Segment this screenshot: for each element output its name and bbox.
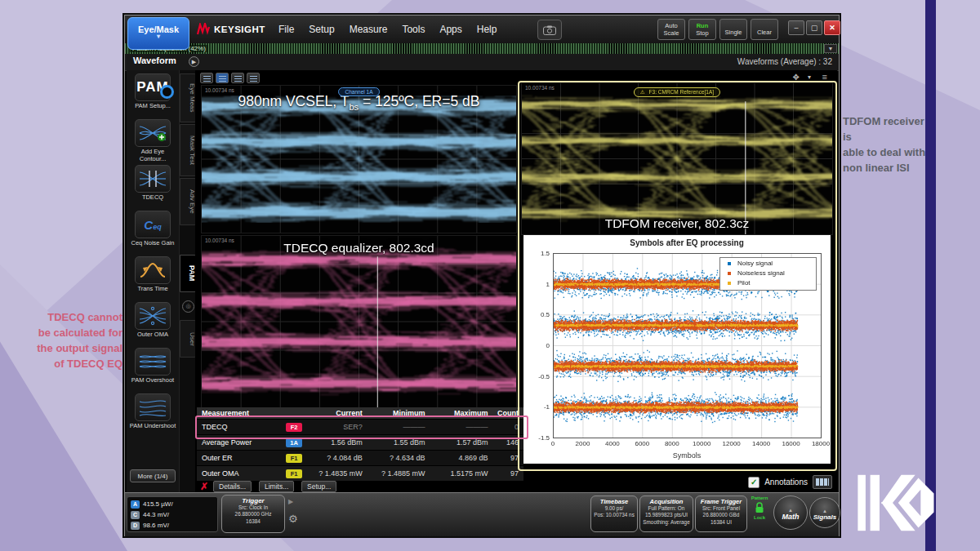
tab-eye-meas[interactable]: Eye Meas — [180, 73, 197, 122]
channel-scale-panel[interactable]: A 415.5 µW/ C 44.3 mV/ D 98.6 mV/ — [127, 496, 218, 532]
eye-mask-mode-button[interactable]: Eye/Mask ▾ — [127, 17, 189, 50]
bottom-status-bar: A 415.5 µW/ C 44.3 mV/ D 98.6 mV/ Trigge… — [125, 492, 839, 536]
table-row-outer-oma[interactable]: Outer OMA F1 ? 1.4835 mW ? 1.4885 mW 1.5… — [197, 466, 523, 482]
left-annotation-line: the output signal — [11, 341, 122, 357]
chevron-down-icon: ▾ — [128, 34, 189, 39]
left-annotation-line: of TDECQ EQ — [11, 357, 122, 372]
more-measurements-button[interactable]: More (1/4) — [130, 469, 176, 482]
auto-scale-label: Scale — [664, 29, 679, 37]
kd-company-logo — [856, 472, 934, 534]
sidebar-item-label: TDECQ — [128, 194, 177, 202]
close-button[interactable]: ✕ — [824, 20, 840, 35]
play-icon[interactable]: ▶ — [189, 56, 199, 67]
annotations-label: Annotations — [764, 478, 808, 487]
limits-button[interactable]: Limits... — [259, 481, 294, 492]
sidebar-item-tdecq[interactable]: TDECQ — [128, 165, 177, 202]
table-row-average-power[interactable]: Average Power 1A 1.56 dBm 1.55 dBm 1.57 … — [197, 435, 523, 451]
maximize-button[interactable]: ▢ — [806, 20, 822, 35]
pane-timestamp: 10.00734 ns — [525, 85, 555, 91]
timebase-panel[interactable]: Timebase 9.00 ps/ Pos: 10.00734 ns — [590, 495, 638, 532]
stop-label: Stop — [696, 29, 708, 37]
clear-label: Clear — [757, 29, 772, 36]
symbols-scatter-plot[interactable] — [523, 235, 831, 464]
table-view-icon[interactable] — [813, 475, 832, 489]
layout-quad-button[interactable] — [231, 73, 244, 83]
pink-eye-pane[interactable]: 10.00734 ns TDECQ equalizer, 802.3cd — [201, 235, 517, 408]
yellow-pane-title: TDFOM receiver, 802.3cz — [522, 216, 832, 231]
clear-button[interactable]: Clear — [751, 19, 778, 40]
blue-eye-pane[interactable]: 10.00734 ns Channel 1A 980nm VCSEL, Tbs … — [201, 85, 517, 233]
expand-arrow-icon[interactable]: ▶ — [288, 498, 293, 505]
delete-measurement-icon[interactable]: ✗ — [200, 481, 208, 492]
tab-pam[interactable]: PAM — [180, 255, 197, 292]
scatter-canvas — [523, 235, 831, 464]
tab-user[interactable]: User — [180, 320, 197, 358]
layout-split-button[interactable] — [216, 73, 229, 83]
pink-eye-diagram — [202, 236, 516, 407]
frame-trigger-panel[interactable]: Frame Trigger Src: Front Panel 26.880000… — [695, 495, 747, 532]
brand-name: KEYSIGHT — [214, 24, 265, 34]
pam-logo-icon: PAM — [135, 73, 171, 101]
pam-undershoot-icon — [135, 393, 171, 421]
chevron-down-icon[interactable]: ▾ — [808, 73, 811, 81]
auto-scale-button[interactable]: Auto Scale — [657, 19, 685, 40]
progress-dropdown-button[interactable]: ▼ — [824, 44, 837, 53]
signals-button[interactable]: ▲ Signals — [809, 497, 840, 528]
run-label: Run — [697, 22, 709, 29]
sidebar-item-add-eye-contour[interactable]: Add Eye Contour... — [128, 119, 177, 162]
waveform-tab[interactable]: Waveform — [133, 56, 176, 65]
sidebar-item-pam-overshoot[interactable]: PAM Overshoot — [128, 348, 177, 384]
sidebar-item-ceq-noise-gain[interactable]: Ceq Ceq Noise Gain — [128, 211, 177, 247]
ceq-icon: Ceq — [135, 211, 171, 238]
source-badge: F1 — [286, 454, 302, 463]
run-stop-button[interactable]: Run Stop — [688, 19, 716, 40]
keysight-spark-icon — [197, 23, 210, 35]
channel-c-scale: 44.3 mV/ — [143, 511, 169, 518]
sidebar-item-pam-setup[interactable]: PAM PAM Setup... — [128, 73, 177, 110]
pink-pane-title: TDECQ equalizer, 802.3cd — [202, 241, 516, 256]
table-row-tdecq[interactable]: TDECQ F2 SER? ——— ——— 0 — [197, 420, 523, 435]
menu-bar: File Setup Measure Tools Apps Help — [278, 24, 511, 35]
channel-c-row[interactable]: C 44.3 mV/ — [127, 509, 217, 520]
left-annotation: TDECQ cannot be calculated for the outpu… — [11, 310, 122, 371]
source-badge: F2 — [286, 423, 302, 432]
channel-d-row[interactable]: D 98.6 mV/ — [127, 520, 217, 531]
right-annotation-line: TDFOM receiver is — [843, 114, 928, 145]
lock-icon — [754, 501, 765, 513]
minimize-button[interactable]: – — [788, 20, 804, 35]
menu-item-tools[interactable]: Tools — [402, 24, 425, 35]
acquisition-panel[interactable]: Acquisition Full Pattern: On 15.9899823 … — [639, 495, 693, 532]
pattern-lock-indicator: Pattern Lock — [749, 495, 770, 522]
table-row-outer-er[interactable]: Outer ER F1 ? 4.084 dB ? 4.634 dB 4.869 … — [197, 451, 523, 466]
yellow-eye-pane[interactable]: 10.00734 ns ⚠ F3: CMRCM Reference[1A] TD… — [521, 82, 833, 235]
channel-a-badge: A — [131, 500, 140, 509]
menu-item-measure[interactable]: Measure — [350, 24, 388, 35]
accent-stripe — [925, 0, 936, 551]
annotations-checkbox[interactable]: ✓ — [748, 477, 760, 488]
reference-warning-badge: ⚠ F3: CMRCM Reference[1A] — [634, 87, 720, 97]
setup-button[interactable]: Setup... — [301, 481, 336, 492]
layout-grid-button[interactable] — [247, 73, 260, 83]
math-button[interactable]: ▲ Math — [773, 495, 808, 530]
gear-icon[interactable]: ⚙ — [288, 513, 298, 525]
trigger-panel[interactable]: Trigger Src: Clock In 26.880000 GHz 1638… — [221, 495, 285, 533]
channel-c-badge: C — [131, 511, 140, 519]
menu-item-file[interactable]: File — [278, 24, 294, 35]
sidebar-item-trans-time[interactable]: Trans Time — [128, 256, 177, 293]
tab-strip-icon[interactable]: ◎ — [182, 300, 194, 313]
menu-item-setup[interactable]: Setup — [309, 24, 334, 35]
single-label: Single — [725, 29, 742, 36]
single-button[interactable]: Single — [719, 19, 747, 40]
tab-adv-eye[interactable]: Adv Eye — [180, 178, 197, 225]
details-button[interactable]: Details... — [213, 481, 252, 492]
right-annotation: TDFOM receiver is able to deal with non … — [843, 114, 928, 176]
menu-item-apps[interactable]: Apps — [439, 24, 461, 35]
channel-a-row[interactable]: A 415.5 µW/ — [127, 499, 217, 509]
menu-item-help[interactable]: Help — [477, 24, 497, 35]
camera-icon[interactable] — [537, 20, 562, 40]
sidebar-item-outer-oma[interactable]: Outer OMA — [128, 302, 177, 339]
category-tab-strip: Eye Meas Mask Test Adv Eye PAM ◎ User — [179, 70, 196, 492]
layout-single-button[interactable] — [200, 73, 213, 83]
tab-mask-test[interactable]: Mask Test — [180, 124, 197, 176]
sidebar-item-pam-undershoot[interactable]: PAM Undershoot — [128, 393, 177, 430]
